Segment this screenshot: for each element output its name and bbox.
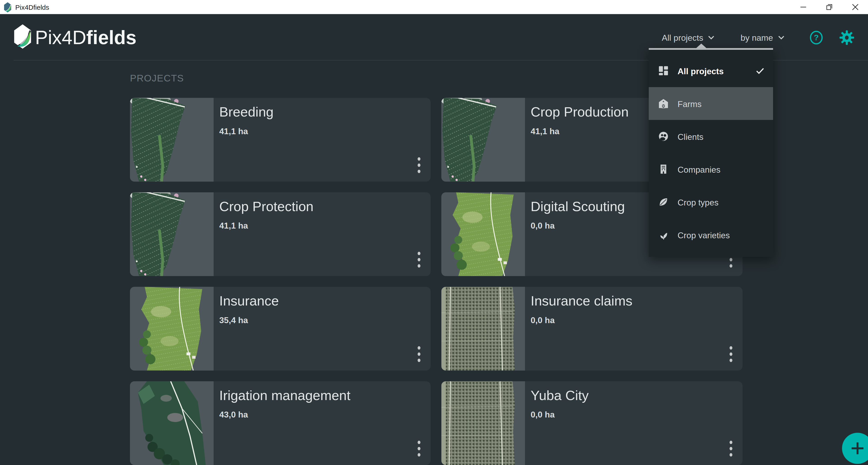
project-thumbnail [441, 98, 525, 182]
settings-button[interactable] [839, 30, 855, 45]
clients-icon [658, 131, 669, 141]
help-icon: ? [809, 30, 824, 45]
project-area: 41,1 ha [531, 126, 629, 136]
project-name: Insurance [219, 293, 279, 309]
restore-icon [826, 4, 832, 10]
project-card-yuba-city[interactable]: Yuba City 0,0 ha [441, 381, 743, 465]
project-area: 43,0 ha [219, 410, 350, 419]
project-name: Crop Production [531, 104, 629, 120]
check-icon [756, 68, 764, 74]
chevron-down-icon [708, 35, 715, 39]
project-thumbnail [130, 381, 214, 465]
project-area: 0,0 ha [531, 221, 625, 230]
project-options-button[interactable] [415, 438, 423, 459]
menu-item-crop-varieties[interactable]: Crop varieties [649, 219, 773, 251]
project-thumbnail [441, 381, 525, 465]
project-name: Yuba City [531, 388, 589, 403]
project-area: 41,1 ha [219, 221, 313, 230]
project-area: 0,0 ha [531, 410, 589, 419]
menu-item-farms[interactable]: Farms [649, 87, 773, 120]
brand: Pix4Dfields [14, 24, 136, 51]
plus-icon [850, 441, 865, 456]
restore-button[interactable] [816, 0, 842, 14]
project-thumbnail [130, 192, 214, 276]
project-thumbnail [441, 192, 525, 276]
project-name: Crop Protection [219, 199, 313, 214]
project-area: 41,1 ha [219, 126, 274, 136]
project-name: Insurance claims [531, 293, 632, 309]
project-thumbnail [441, 287, 525, 371]
brand-name: Pix4Dfields [35, 26, 136, 49]
sort-label: by name [741, 33, 773, 42]
close-icon [852, 4, 858, 10]
building-icon [658, 164, 669, 174]
menu-item-crop-types[interactable]: Crop types [649, 185, 773, 219]
projects-filter-dropdown[interactable]: All projects [662, 33, 715, 42]
project-options-button[interactable] [415, 155, 423, 175]
sprout-icon [658, 230, 669, 240]
menu-item-companies[interactable]: Companies [649, 153, 773, 185]
project-card-irigation-management[interactable]: Irigation management 43,0 ha [130, 381, 431, 465]
grid-icon [658, 66, 669, 76]
project-name: Irigation management [219, 388, 350, 403]
project-thumbnail [130, 287, 214, 371]
project-options-button[interactable] [727, 344, 735, 364]
app-window: Pix4Dfields [0, 0, 868, 465]
menu-item-clients[interactable]: Clients [649, 120, 773, 153]
chevron-down-icon [778, 35, 784, 39]
barn-icon [658, 98, 669, 109]
project-card-insurance[interactable]: Insurance 35,4 ha [130, 287, 431, 371]
close-button[interactable] [842, 0, 868, 14]
projects-filter-label: All projects [662, 33, 703, 42]
window-controls [790, 0, 868, 14]
project-card-crop-protection[interactable]: Crop Protection 41,1 ha [130, 192, 431, 276]
help-button[interactable]: ? [809, 30, 824, 45]
sort-dropdown[interactable]: by name [741, 33, 784, 42]
leaf-icon [658, 197, 669, 207]
project-card-insurance-claims[interactable]: Insurance claims 0,0 ha [441, 287, 743, 371]
projects-filter-menu: All projects Farms Clients [649, 48, 773, 257]
window-titlebar: Pix4Dfields [0, 0, 868, 14]
brand-logo-icon [14, 24, 31, 51]
project-area: 35,4 ha [219, 315, 279, 325]
project-options-button[interactable] [415, 250, 423, 270]
project-name: Breeding [219, 104, 274, 120]
project-name: Digital Scouting [531, 199, 625, 214]
minimize-icon [800, 4, 806, 10]
gear-icon [839, 30, 855, 45]
project-options-button[interactable] [727, 438, 735, 459]
svg-text:?: ? [814, 33, 819, 41]
app-logo-icon [4, 2, 12, 12]
project-options-button[interactable] [415, 344, 423, 364]
project-card-breeding[interactable]: Breeding 41,1 ha [130, 98, 431, 182]
project-thumbnail [130, 98, 214, 182]
window-title: Pix4Dfields [16, 3, 49, 11]
project-area: 0,0 ha [531, 315, 632, 325]
menu-item-all-projects[interactable]: All projects [649, 54, 773, 87]
minimize-button[interactable] [790, 0, 816, 14]
